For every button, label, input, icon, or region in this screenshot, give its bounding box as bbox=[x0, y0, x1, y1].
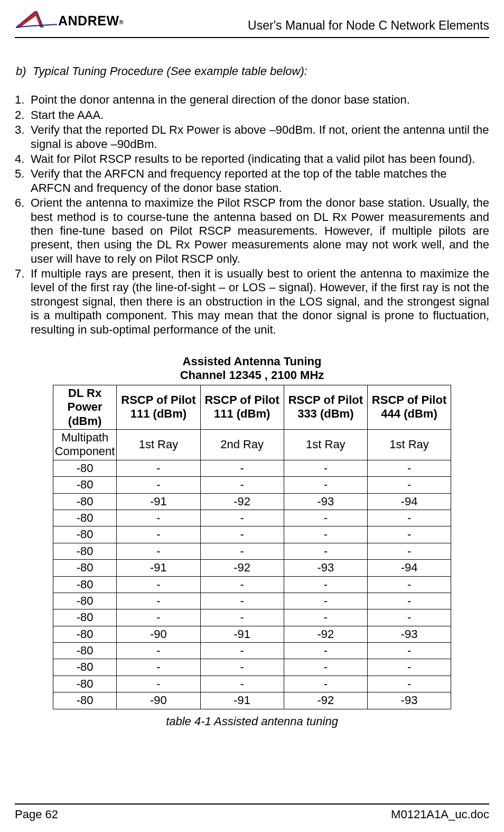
table-cell: - bbox=[200, 643, 284, 659]
table-cell: -90 bbox=[117, 626, 200, 642]
table-cell: - bbox=[367, 593, 451, 609]
table-row: -80---- bbox=[53, 643, 451, 659]
table-cell: -80 bbox=[53, 543, 117, 559]
page-header: ANDREW® User's Manual for Node C Network… bbox=[15, 11, 489, 38]
table-cell: - bbox=[117, 526, 200, 543]
table-cell: - bbox=[284, 526, 367, 543]
table-caption: table 4-1 Assisted antenna tuning bbox=[15, 715, 489, 728]
table-cell: -93 bbox=[284, 493, 367, 510]
list-item: 4.Wait for Pilot RSCP results to be repo… bbox=[15, 152, 489, 166]
page-number: Page 62 bbox=[15, 808, 58, 821]
table-row: Multipath Component1st Ray2nd Ray1st Ray… bbox=[53, 429, 451, 460]
table-cell: - bbox=[200, 593, 284, 609]
step-number: 4. bbox=[15, 152, 31, 166]
table-cell: - bbox=[284, 543, 367, 559]
table-cell: -80 bbox=[53, 659, 117, 676]
table-cell: - bbox=[284, 609, 367, 626]
table-cell: - bbox=[117, 593, 200, 609]
table-cell: - bbox=[117, 659, 200, 676]
table-row: -80---- bbox=[53, 659, 451, 676]
table-cell: 1st Ray bbox=[284, 429, 367, 460]
step-text: Verify that the ARFCN and frequency repo… bbox=[31, 167, 489, 195]
list-item: 1.Point the donor antenna in the general… bbox=[15, 93, 489, 107]
table-cell: - bbox=[284, 477, 367, 493]
table-cell: -80 bbox=[53, 576, 117, 593]
table-row: -80-90-91-92-93 bbox=[53, 626, 451, 642]
table-cell: -80 bbox=[53, 593, 117, 609]
col-header: RSCP of Pilot 111 (dBm) bbox=[117, 385, 200, 429]
table-row: -80---- bbox=[53, 609, 451, 626]
table-row: -80---- bbox=[53, 460, 451, 476]
table-cell: -94 bbox=[367, 493, 451, 510]
step-text: If multiple rays are present, then it is… bbox=[31, 267, 489, 337]
table-cell: -80 bbox=[53, 460, 117, 476]
table-row: -80---- bbox=[53, 576, 451, 593]
table-cell: -93 bbox=[367, 692, 451, 709]
table-cell: 1st Ray bbox=[367, 429, 451, 460]
step-number: 2. bbox=[15, 108, 31, 122]
table-cell: - bbox=[200, 576, 284, 593]
col-header: RSCP of Pilot 444 (dBm) bbox=[367, 385, 451, 429]
table-row: -80-90-91-92-93 bbox=[53, 692, 451, 709]
table-cell: - bbox=[367, 460, 451, 476]
list-item: 7.If multiple rays are present, then it … bbox=[15, 267, 489, 337]
table-title: Assisted Antenna Tuning Channel 12345 , … bbox=[15, 355, 489, 383]
table-cell: -80 bbox=[53, 493, 117, 510]
table-cell: 1st Ray bbox=[117, 429, 200, 460]
step-number: 3. bbox=[15, 123, 31, 151]
table-cell: - bbox=[200, 526, 284, 543]
table-cell: -92 bbox=[200, 493, 284, 510]
col-header: RSCP of Pilot 333 (dBm) bbox=[284, 385, 367, 429]
table-cell: -80 bbox=[53, 609, 117, 626]
brand-text: ANDREW bbox=[58, 13, 119, 28]
table-row: -80---- bbox=[53, 593, 451, 609]
table-cell: - bbox=[200, 510, 284, 526]
table-cell: - bbox=[200, 477, 284, 493]
table-cell: - bbox=[200, 543, 284, 559]
table-cell: - bbox=[284, 676, 367, 692]
procedure-list: 1.Point the donor antenna in the general… bbox=[15, 93, 489, 337]
table-cell: - bbox=[200, 609, 284, 626]
table-cell: - bbox=[367, 510, 451, 526]
table-cell: - bbox=[117, 643, 200, 659]
table-cell: - bbox=[284, 510, 367, 526]
table-row: -80---- bbox=[53, 477, 451, 493]
table-cell: - bbox=[284, 643, 367, 659]
swoosh-icon bbox=[15, 11, 57, 34]
table-title-line2: Channel 12345 , 2100 MHz bbox=[15, 368, 489, 382]
table-cell: - bbox=[284, 460, 367, 476]
col-header: RSCP of Pilot 111 (dBm) bbox=[200, 385, 284, 429]
table-cell: - bbox=[200, 659, 284, 676]
step-text: Wait for Pilot RSCP results to be report… bbox=[31, 152, 489, 166]
list-item: 2.Start the AAA. bbox=[15, 108, 489, 122]
doc-title: User's Manual for Node C Network Element… bbox=[248, 19, 489, 34]
table-cell: - bbox=[117, 477, 200, 493]
table-cell: - bbox=[284, 593, 367, 609]
table-cell: - bbox=[367, 576, 451, 593]
step-text: Orient the antenna to maximize the Pilot… bbox=[31, 196, 489, 266]
table-cell: - bbox=[367, 543, 451, 559]
tuning-table: DL Rx Power (dBm) RSCP of Pilot 111 (dBm… bbox=[53, 385, 451, 709]
heading-text: Typical Tuning Procedure (See example ta… bbox=[33, 64, 307, 78]
step-number: 6. bbox=[15, 196, 31, 266]
table-cell: -92 bbox=[200, 560, 284, 576]
table-cell: - bbox=[200, 460, 284, 476]
table-cell: -80 bbox=[53, 510, 117, 526]
table-cell: -93 bbox=[284, 560, 367, 576]
doc-filename: M0121A1A_uc.doc bbox=[391, 808, 489, 821]
page-footer: Page 62 M0121A1A_uc.doc bbox=[15, 803, 489, 821]
table-cell: -92 bbox=[284, 692, 367, 709]
table-cell: - bbox=[200, 676, 284, 692]
step-number: 1. bbox=[15, 93, 31, 107]
table-cell: -80 bbox=[53, 676, 117, 692]
brand-name: ANDREW® bbox=[58, 14, 124, 30]
table-cell: -80 bbox=[53, 643, 117, 659]
table-cell: - bbox=[117, 510, 200, 526]
table-title-line1: Assisted Antenna Tuning bbox=[15, 355, 489, 368]
table-row: -80---- bbox=[53, 543, 451, 559]
table-cell: -93 bbox=[367, 626, 451, 642]
list-item: 6.Orient the antenna to maximize the Pil… bbox=[15, 196, 489, 266]
table-cell: - bbox=[117, 460, 200, 476]
table-cell: - bbox=[284, 659, 367, 676]
table-cell: -94 bbox=[367, 560, 451, 576]
